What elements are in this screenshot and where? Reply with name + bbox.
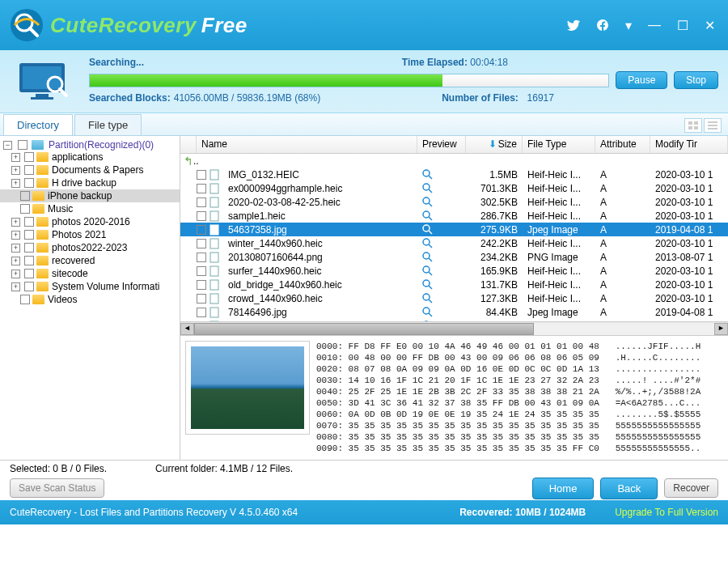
up-directory[interactable]: ↰.. <box>180 154 728 168</box>
save-scan-button[interactable]: Save Scan Status <box>10 478 104 498</box>
checkbox[interactable] <box>197 266 206 276</box>
checkbox[interactable] <box>24 165 34 175</box>
twitter-icon[interactable] <box>567 19 580 32</box>
file-row[interactable]: surfer_1440x960.heic165.9KBHeif-Heic I..… <box>180 264 728 278</box>
file-row[interactable]: 54637358.jpg275.9KBJpeg ImageA2019-04-08… <box>180 223 728 236</box>
checkbox[interactable] <box>197 280 206 290</box>
tree-item[interactable]: +photos 2020-2016 <box>0 215 180 228</box>
checkbox[interactable] <box>197 184 206 193</box>
facebook-icon[interactable] <box>596 19 609 32</box>
col-modify[interactable]: Modify Tir <box>650 136 728 153</box>
file-row[interactable]: IMG_0132.HEIC1.5MBHeif-Heic I...A2020-03… <box>180 168 728 181</box>
tree-item[interactable]: +Photos 2021 <box>0 228 180 241</box>
preview-icon[interactable] <box>417 238 466 248</box>
checkbox[interactable] <box>197 294 206 304</box>
checkbox[interactable] <box>197 239 206 248</box>
tab-directory[interactable]: Directory <box>3 114 73 135</box>
tree-item[interactable]: Videos <box>0 293 180 306</box>
col-size[interactable]: ⬇Size <box>466 136 523 153</box>
close-icon[interactable]: ✕ <box>705 18 715 33</box>
tree-item[interactable]: +Documents & Papers <box>0 163 180 176</box>
expand-icon[interactable]: + <box>11 179 20 188</box>
checkbox[interactable] <box>20 295 30 304</box>
preview-icon[interactable] <box>417 279 466 290</box>
tree-item[interactable]: +photos2022-2023 <box>0 241 180 254</box>
recover-button[interactable]: Recover <box>664 478 718 498</box>
checkbox[interactable] <box>24 178 34 188</box>
file-row[interactable]: 2020-02-03-08-42-25.heic302.5KBHeif-Heic… <box>180 195 728 209</box>
checkbox[interactable] <box>24 152 34 162</box>
minimize-icon[interactable]: — <box>648 18 661 32</box>
expand-icon[interactable]: + <box>11 218 20 227</box>
scroll-left-icon[interactable]: ◄ <box>180 323 194 335</box>
checkbox[interactable] <box>24 230 34 240</box>
file-row[interactable]: old_bridge_1440x960.heic131.7KBHeif-Heic… <box>180 278 728 291</box>
tree-item[interactable]: Music <box>0 202 180 215</box>
checkbox[interactable] <box>197 211 206 221</box>
file-row[interactable]: ex0000994ggrhample.heic701.3KBHeif-Heic … <box>180 181 728 195</box>
maximize-icon[interactable]: ☐ <box>677 18 688 33</box>
view-list-icon[interactable] <box>704 118 722 133</box>
dropdown-icon[interactable]: ▾ <box>625 18 632 33</box>
file-modified: 2013-08-07 1 <box>650 252 728 263</box>
tree-item[interactable]: +sitecode <box>0 267 180 280</box>
checkbox[interactable] <box>20 191 30 201</box>
preview-icon[interactable] <box>417 183 466 193</box>
file-row[interactable]: winter_1440x960.heic242.2KBHeif-Heic I..… <box>180 236 728 250</box>
horizontal-scrollbar[interactable]: ◄ ► <box>180 321 728 335</box>
tab-filetype[interactable]: File type <box>74 114 142 135</box>
upgrade-link[interactable]: Upgrade To Full Version <box>615 507 718 518</box>
preview-icon[interactable] <box>417 252 466 262</box>
collapse-icon[interactable]: − <box>3 141 12 150</box>
checkbox[interactable] <box>24 217 34 227</box>
file-row[interactable]: crowd_1440x960.heic127.3KBHeif-Heic I...… <box>180 291 728 305</box>
checkbox[interactable] <box>20 204 30 214</box>
preview-icon[interactable] <box>417 307 466 317</box>
preview-icon[interactable] <box>417 197 466 207</box>
tree-item[interactable]: +applications <box>0 151 180 163</box>
file-row[interactable]: 20130807160644.png234.2KBPNG ImageA2013-… <box>180 250 728 264</box>
checkbox[interactable] <box>24 243 34 253</box>
tree-item[interactable]: iPhone backup <box>0 189 180 202</box>
checkbox[interactable] <box>197 170 206 180</box>
expand-icon[interactable]: + <box>11 282 20 291</box>
expand-icon[interactable]: + <box>11 244 20 253</box>
preview-icon[interactable] <box>417 210 466 221</box>
pause-button[interactable]: Pause <box>616 71 667 89</box>
tree-item[interactable]: +System Volume Informati <box>0 280 180 293</box>
file-list[interactable]: ↰.. IMG_0132.HEIC1.5MBHeif-Heic I...A202… <box>180 154 728 321</box>
home-button[interactable]: Home <box>532 478 595 499</box>
checkbox[interactable] <box>24 282 34 291</box>
col-preview[interactable]: Preview <box>417 136 466 153</box>
file-row[interactable]: 78146496.jpg84.4KBJpeg ImageA2019-04-08 … <box>180 305 728 319</box>
col-attribute[interactable]: Attribute <box>595 136 650 153</box>
checkbox[interactable] <box>24 269 34 278</box>
preview-icon[interactable] <box>417 293 466 304</box>
expand-icon[interactable]: + <box>11 257 20 265</box>
file-row[interactable]: sample1.heic286.7KBHeif-Heic I...A2020-0… <box>180 209 728 223</box>
preview-icon[interactable] <box>417 265 466 276</box>
expand-icon[interactable]: + <box>11 270 20 278</box>
tree-item[interactable]: +H drive backup <box>0 176 180 189</box>
checkbox[interactable] <box>24 256 34 265</box>
expand-icon[interactable]: + <box>11 166 20 175</box>
tree-item[interactable]: +recovered <box>0 254 180 267</box>
checkbox[interactable] <box>197 225 206 235</box>
tree-root[interactable]: − Partition(Recognized)(0) <box>0 139 180 151</box>
expand-icon[interactable]: + <box>11 231 20 240</box>
col-filetype[interactable]: File Type <box>523 136 595 153</box>
col-name[interactable]: Name <box>197 136 417 153</box>
checkbox[interactable] <box>197 197 206 207</box>
scroll-right-icon[interactable]: ► <box>714 323 728 335</box>
checkbox[interactable] <box>18 140 28 150</box>
checkbox[interactable] <box>197 253 206 262</box>
back-button[interactable]: Back <box>600 478 658 499</box>
stop-button[interactable]: Stop <box>674 71 718 89</box>
preview-icon[interactable] <box>417 169 466 180</box>
scroll-thumb[interactable] <box>194 323 534 335</box>
checkbox[interactable] <box>197 308 206 317</box>
view-grid-icon[interactable] <box>684 118 702 133</box>
preview-icon[interactable] <box>417 224 466 235</box>
expand-icon[interactable]: + <box>11 153 20 162</box>
directory-tree[interactable]: − Partition(Recognized)(0) +applications… <box>0 136 180 460</box>
